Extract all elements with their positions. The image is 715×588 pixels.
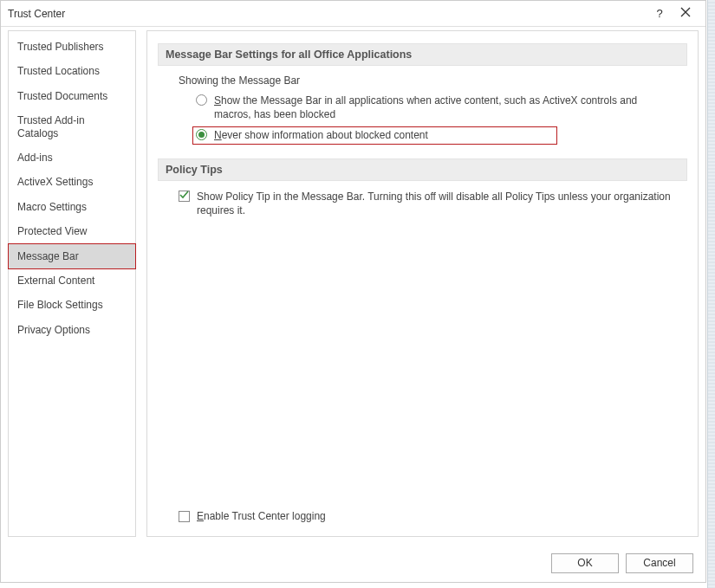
checkbox-icon <box>179 511 190 522</box>
section-policy-tips-header: Policy Tips <box>158 158 687 181</box>
ok-button[interactable]: OK <box>551 553 619 573</box>
sidebar-item-label: Macro Settings <box>17 201 87 213</box>
dialog-body: Trusted Publishers Trusted Locations Tru… <box>1 27 705 544</box>
sidebar-item-label: Privacy Options <box>17 324 90 336</box>
section-message-bar-header: Message Bar Settings for all Office Appl… <box>158 43 687 66</box>
close-icon <box>680 7 691 17</box>
checkbox-icon <box>179 191 190 202</box>
sidebar-item-label: Add-ins <box>17 152 53 164</box>
sidebar-item-label: Trusted Documents <box>17 90 107 102</box>
sidebar-item-trusted-locations[interactable]: Trusted Locations <box>9 59 135 83</box>
checkbox-label: Enable Trust Center logging <box>197 510 326 522</box>
sidebar-item-label: Trusted Add-in Catalogs <box>17 114 85 139</box>
sidebar-item-external-content[interactable]: External Content <box>9 268 135 293</box>
background-edge <box>707 0 715 588</box>
sidebar-item-message-bar[interactable]: Message Bar <box>8 243 136 269</box>
checkbox-enable-logging[interactable]: Enable Trust Center logging <box>179 510 687 522</box>
dialog-title: Trust Center <box>8 8 647 20</box>
sidebar-item-label: Message Bar <box>17 250 79 262</box>
help-button[interactable]: ? <box>647 7 673 20</box>
label-rest: nable Trust Center logging <box>204 510 326 522</box>
content-panel: Message Bar Settings for all Office Appl… <box>146 30 699 537</box>
sidebar-item-protected-view[interactable]: Protected View <box>9 219 135 243</box>
sidebar-item-file-block-settings[interactable]: File Block Settings <box>9 293 135 317</box>
mnemonic: N <box>214 129 222 141</box>
sidebar: Trusted Publishers Trusted Locations Tru… <box>8 30 136 537</box>
radio-never-show[interactable]: Never show information about blocked con… <box>192 126 557 144</box>
radio-label: Never show information about blocked con… <box>214 128 428 142</box>
mnemonic: E <box>197 510 204 522</box>
sidebar-item-trusted-addin-catalogs[interactable]: Trusted Add-in Catalogs <box>9 108 135 145</box>
sidebar-item-label: File Block Settings <box>17 299 103 311</box>
sidebar-item-add-ins[interactable]: Add-ins <box>9 145 135 170</box>
sidebar-item-label: ActiveX Settings <box>17 176 93 188</box>
button-label: OK <box>577 557 592 569</box>
label-rest: how the Message Bar in all applications … <box>214 94 637 120</box>
label-rest: ever show information about blocked cont… <box>222 129 428 141</box>
sidebar-item-label: External Content <box>17 275 94 287</box>
checkbox-show-policy-tip[interactable]: Show Policy Tip in the Message Bar. Turn… <box>179 190 680 217</box>
sidebar-item-activex-settings[interactable]: ActiveX Settings <box>9 170 135 194</box>
sidebar-item-trusted-publishers[interactable]: Trusted Publishers <box>9 35 135 59</box>
dialog-footer: OK Cancel <box>1 544 705 582</box>
sidebar-item-label: Trusted Publishers <box>17 41 104 53</box>
sidebar-item-privacy-options[interactable]: Privacy Options <box>9 318 135 342</box>
mnemonic: S <box>214 94 221 107</box>
sidebar-item-macro-settings[interactable]: Macro Settings <box>9 195 135 219</box>
trust-center-dialog: Trust Center ? Trusted Publishers Truste… <box>0 0 706 583</box>
cancel-button[interactable]: Cancel <box>626 553 693 573</box>
sidebar-item-trusted-documents[interactable]: Trusted Documents <box>9 84 135 108</box>
close-button[interactable] <box>673 7 699 20</box>
sidebar-item-label: Protected View <box>17 225 88 237</box>
titlebar: Trust Center ? <box>1 1 705 27</box>
checkbox-label: Show Policy Tip in the Message Bar. Turn… <box>197 190 680 217</box>
button-label: Cancel <box>643 557 675 569</box>
radio-icon <box>196 129 207 140</box>
showing-message-bar-heading: Showing the Message Bar <box>179 74 687 87</box>
sidebar-item-label: Trusted Locations <box>17 65 100 77</box>
radio-label: Show the Message Bar in all applications… <box>214 94 677 121</box>
radio-show-message-bar[interactable]: Show the Message Bar in all applications… <box>192 92 680 123</box>
radio-icon <box>196 94 207 106</box>
